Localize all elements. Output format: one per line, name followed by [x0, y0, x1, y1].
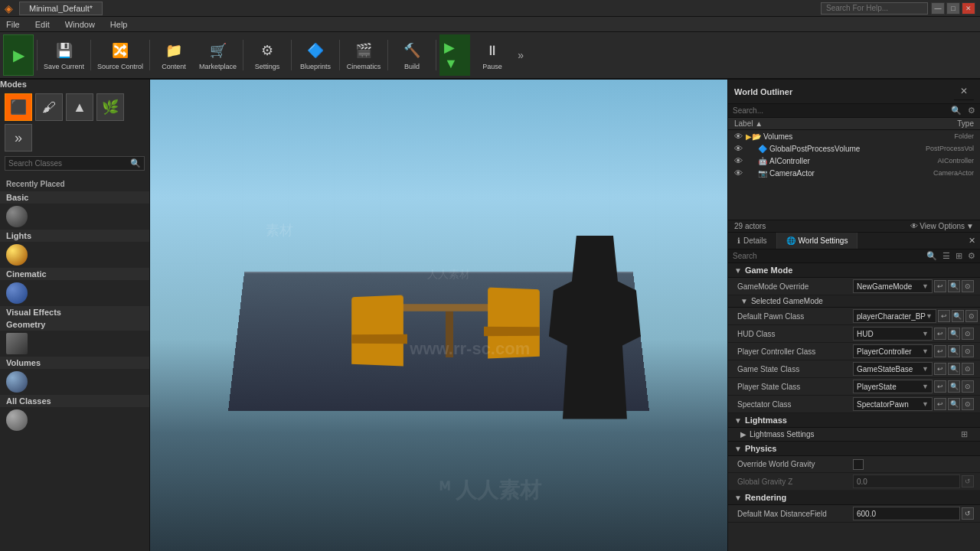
gravity-reset-btn[interactable]: ↺	[962, 475, 974, 487]
class-item-sphere1[interactable]	[0, 204, 149, 230]
player-controller-open-btn[interactable]: ⊙	[962, 345, 974, 357]
game-state-search-btn[interactable]: 🔍	[948, 363, 960, 375]
help-search-input[interactable]	[821, 2, 928, 15]
close-button[interactable]: ✕	[962, 2, 975, 15]
lightmass-section-header[interactable]: ▼ Lightmass	[728, 413, 980, 428]
expand-modes-button[interactable]: »	[5, 124, 32, 152]
table-row[interactable]: 👁 📷 CameraActor CameraActor	[728, 167, 980, 179]
menu-help[interactable]: Help	[107, 19, 131, 30]
toolbar-more-button[interactable]: »	[514, 34, 527, 76]
selected-gamemode-header[interactable]: ▼ Selected GameMode	[728, 295, 980, 308]
spectator-search-btn[interactable]: 🔍	[948, 398, 960, 410]
spectator-open-btn[interactable]: ⊙	[962, 398, 974, 410]
gamemode-override-search-btn[interactable]: 🔍	[948, 280, 960, 292]
marketplace-button[interactable]: 🛒 Marketplace	[196, 34, 240, 76]
hud-open-btn[interactable]: ⊙	[962, 328, 974, 340]
landscape-mode-button[interactable]: ▲	[66, 93, 93, 121]
pause-button[interactable]: ⏸ Pause	[472, 34, 513, 76]
game-mode-section-header[interactable]: ▼ Game Mode	[728, 263, 980, 278]
player-controller-dropdown[interactable]: PlayerController ▼	[853, 344, 933, 358]
global-gravity-input[interactable]	[853, 474, 960, 488]
details-grid-view-icon[interactable]: ⊞	[956, 251, 962, 261]
default-pawn-search-btn[interactable]: 🔍	[952, 310, 964, 322]
gamemode-override-back-btn[interactable]: ↩	[934, 280, 946, 292]
view-options-label[interactable]: 👁 View Options ▼	[910, 222, 974, 230]
eye-icon-1[interactable]: 👁	[734, 132, 743, 141]
settings-button[interactable]: ⚙ Settings	[247, 34, 288, 76]
eye-icon-3[interactable]: 👁	[734, 156, 743, 165]
volumes-section[interactable]: Volumes	[0, 357, 149, 369]
lights-section[interactable]: Lights	[0, 230, 149, 242]
lightmass-settings-header[interactable]: ▶ Lightmass Settings ⊞	[728, 428, 980, 442]
play-button[interactable]: ▶	[3, 34, 34, 76]
all-classes-section[interactable]: All Classes	[0, 395, 149, 407]
hud-back-btn[interactable]: ↩	[934, 328, 946, 340]
details-tab-close[interactable]: ✕	[964, 233, 980, 249]
default-pawn-open-btn[interactable]: ⊙	[965, 310, 978, 322]
menu-edit[interactable]: Edit	[32, 19, 53, 30]
menu-file[interactable]: File	[3, 19, 23, 30]
tab-world-settings[interactable]: 🌐 World Settings	[777, 233, 858, 249]
play-dropdown-button[interactable]: ▶ ▼	[439, 34, 470, 76]
visual-effects-section[interactable]: Visual Effects	[0, 306, 149, 318]
maximize-button[interactable]: □	[946, 2, 960, 15]
df-reset-btn[interactable]: ↺	[962, 507, 974, 520]
outliner-settings-icon[interactable]: ⚙	[968, 106, 975, 116]
tab-details[interactable]: ℹ Details	[728, 233, 777, 249]
hud-search-btn[interactable]: 🔍	[948, 328, 960, 340]
player-state-back-btn[interactable]: ↩	[934, 380, 946, 393]
table-row[interactable]: 👁 🔷 GlobalPostProcessVolume PostProcessV…	[728, 142, 980, 155]
viewport[interactable]: 素材 www.rr-sc.com 人人素材	[150, 80, 727, 551]
eye-icon-2[interactable]: 👁	[734, 144, 743, 153]
class-item-sphere2[interactable]	[0, 369, 149, 395]
player-state-open-btn[interactable]: ⊙	[962, 380, 974, 393]
game-state-back-btn[interactable]: ↩	[934, 363, 946, 375]
class-item-sphere3[interactable]	[0, 407, 149, 433]
minimize-button[interactable]: —	[931, 2, 945, 15]
outliner-close-icon[interactable]: ✕	[960, 86, 968, 96]
menu-window[interactable]: Window	[62, 19, 98, 30]
foliage-mode-button[interactable]: 🌿	[96, 93, 124, 121]
source-control-button[interactable]: 🔀 Source Control	[94, 34, 146, 76]
spectator-dropdown[interactable]: SpectatorPawn ▼	[853, 397, 933, 411]
player-state-search-btn[interactable]: 🔍	[948, 380, 960, 393]
place-mode-button[interactable]: ⬛	[5, 93, 32, 121]
default-pawn-class-row: Default Pawn Class playerCharacter_BP ▼ …	[728, 308, 980, 325]
details-filter-icon[interactable]: ⚙	[968, 251, 975, 261]
table-row[interactable]: 👁 🤖 AIController AIController	[728, 155, 980, 167]
cinematic-section[interactable]: Cinematic	[0, 268, 149, 280]
class-item-cube[interactable]	[0, 331, 149, 357]
blueprints-button[interactable]: 🔷 Blueprints	[295, 34, 336, 76]
eye-icon-4[interactable]: 👁	[734, 168, 743, 178]
content-button[interactable]: 📁 Content	[153, 34, 194, 76]
player-controller-search-btn[interactable]: 🔍	[948, 345, 960, 357]
basic-section[interactable]: Basic	[0, 191, 149, 204]
outliner-search-input[interactable]	[733, 106, 948, 115]
table-row[interactable]: 👁 ▶📂 Volumes Folder	[728, 130, 980, 142]
default-pawn-class-dropdown[interactable]: playerCharacter_BP ▼	[853, 309, 936, 323]
game-state-dropdown[interactable]: GameStateBase ▼	[853, 362, 933, 376]
build-button[interactable]: 🔨 Build	[391, 34, 433, 76]
player-controller-back-btn[interactable]: ↩	[934, 345, 946, 357]
default-pawn-back-btn[interactable]: ↩	[938, 310, 950, 322]
default-max-df-input[interactable]	[853, 507, 960, 520]
spectator-back-btn[interactable]: ↩	[934, 398, 946, 410]
gamemode-override-open-btn[interactable]: ⊙	[962, 280, 974, 292]
gamemode-override-dropdown[interactable]: NewGameMode ▼	[853, 279, 933, 293]
geometry-section[interactable]: Geometry	[0, 318, 149, 331]
game-state-open-btn[interactable]: ⊙	[962, 363, 974, 375]
cinematics-button[interactable]: 🎬 Cinematics	[343, 34, 384, 76]
save-current-button[interactable]: 💾 Save Current	[41, 34, 87, 76]
hud-class-dropdown[interactable]: HUD ▼	[853, 327, 933, 341]
override-gravity-checkbox[interactable]	[853, 459, 864, 470]
physics-section-header[interactable]: ▼ Physics	[728, 442, 980, 456]
details-search-input[interactable]	[733, 252, 923, 260]
player-state-dropdown[interactable]: PlayerState ▼	[853, 380, 933, 393]
titlebar-tab[interactable]: Minimal_Default*	[19, 2, 103, 15]
search-classes-input[interactable]	[8, 159, 130, 168]
details-list-view-icon[interactable]: ☰	[942, 251, 950, 261]
class-item-char[interactable]	[0, 280, 149, 306]
rendering-section-header[interactable]: ▼ Rendering	[728, 491, 980, 505]
paint-mode-button[interactable]: 🖌	[35, 93, 63, 121]
class-item-light[interactable]	[0, 242, 149, 268]
